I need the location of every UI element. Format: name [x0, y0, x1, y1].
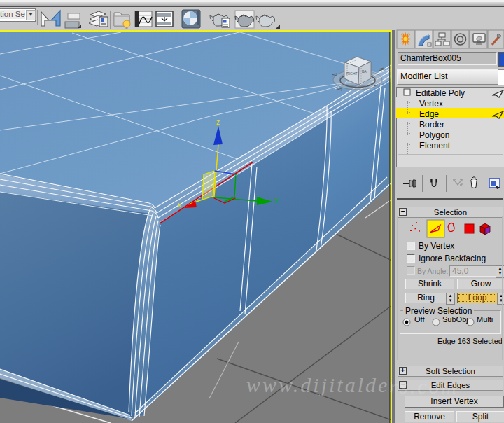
svg-text:x: x — [178, 201, 181, 209]
svg-text:z: z — [216, 118, 220, 126]
svg-text:RIGHT: RIGHT — [346, 71, 358, 76]
svg-text:y: y — [275, 196, 279, 204]
svg-text:BA: BA — [362, 69, 367, 74]
